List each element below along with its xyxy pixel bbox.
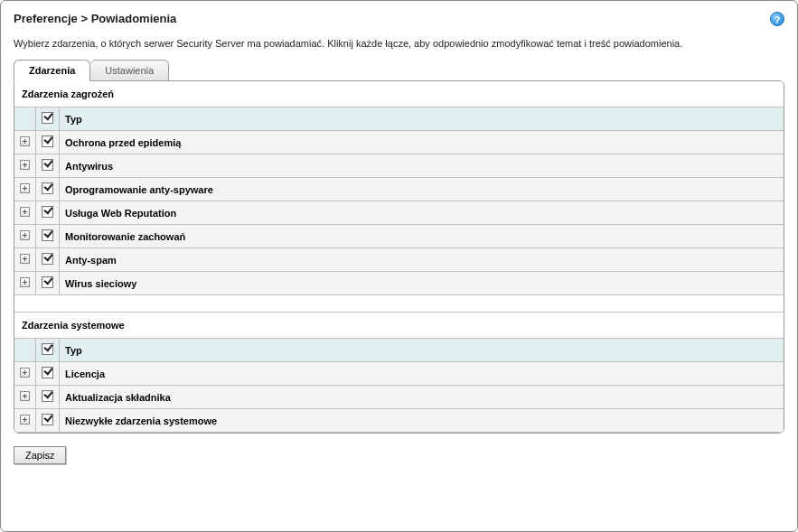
threat-type-header: Typ bbox=[60, 107, 784, 131]
threat-events-title: Zdarzenia zagrożeń bbox=[14, 81, 784, 107]
expand-icon[interactable] bbox=[20, 254, 30, 264]
expand-icon[interactable] bbox=[20, 415, 30, 425]
col-check-header bbox=[36, 107, 60, 131]
system-events-table: Typ Licencja Aktualizacja składnika Niez… bbox=[14, 338, 784, 433]
tab-events[interactable]: Zdarzenia bbox=[14, 60, 90, 81]
threat-header-row: Typ bbox=[14, 107, 784, 131]
row-label[interactable]: Wirus sieciowy bbox=[60, 272, 784, 295]
tab-bar: Zdarzenia Ustawienia bbox=[14, 60, 784, 81]
row-checkbox[interactable] bbox=[42, 182, 53, 194]
save-button[interactable]: Zapisz bbox=[14, 446, 66, 464]
row-label[interactable]: Licencja bbox=[60, 362, 784, 386]
row-checkbox[interactable] bbox=[42, 206, 53, 218]
row-checkbox[interactable] bbox=[42, 367, 53, 378]
system-events-title: Zdarzenia systemowe bbox=[14, 312, 784, 338]
row-label[interactable]: Ochrona przed epidemią bbox=[60, 131, 784, 154]
expand-icon[interactable] bbox=[20, 277, 30, 287]
row-label[interactable]: Monitorowanie zachowań bbox=[60, 225, 784, 248]
system-select-all-checkbox[interactable] bbox=[42, 343, 53, 355]
row-label[interactable]: Aktualizacja składnika bbox=[60, 386, 784, 409]
row-checkbox[interactable] bbox=[42, 253, 53, 265]
col-expand-header bbox=[14, 107, 36, 131]
row-checkbox[interactable] bbox=[42, 159, 53, 171]
col-expand-header bbox=[14, 339, 36, 362]
threat-events-table: Typ Ochrona przed epidemią Antywirus Opr… bbox=[14, 107, 784, 295]
row-label[interactable]: Usługa Web Reputation bbox=[60, 201, 784, 225]
row-checkbox[interactable] bbox=[42, 414, 53, 425]
row-checkbox[interactable] bbox=[42, 135, 53, 147]
table-row: Licencja bbox=[14, 362, 784, 386]
col-check-header bbox=[36, 339, 60, 362]
row-label[interactable]: Anty-spam bbox=[60, 248, 784, 272]
breadcrumb: Preferencje > Powiadomienia bbox=[14, 12, 176, 25]
expand-icon[interactable] bbox=[20, 391, 30, 401]
tab-settings[interactable]: Ustawienia bbox=[90, 60, 169, 81]
preferences-notifications-page: Preferencje > Powiadomienia ? Wybierz zd… bbox=[0, 0, 798, 532]
threat-select-all-checkbox[interactable] bbox=[42, 112, 53, 124]
expand-icon[interactable] bbox=[20, 368, 30, 378]
table-row: Aktualizacja składnika bbox=[14, 386, 784, 409]
expand-icon[interactable] bbox=[20, 183, 30, 193]
table-row: Monitorowanie zachowań bbox=[14, 225, 784, 248]
row-checkbox[interactable] bbox=[42, 390, 53, 402]
row-checkbox[interactable] bbox=[42, 229, 53, 241]
row-label[interactable]: Antywirus bbox=[60, 154, 784, 178]
table-row: Usługa Web Reputation bbox=[14, 201, 784, 225]
expand-icon[interactable] bbox=[20, 230, 30, 240]
table-row: Anty-spam bbox=[14, 248, 784, 272]
events-panel: Zdarzenia zagrożeń Typ Ochrona przed epi… bbox=[14, 80, 784, 434]
page-header: Preferencje > Powiadomienia ? bbox=[14, 12, 784, 38]
section-gap bbox=[14, 295, 784, 312]
table-row: Niezwykłe zdarzenia systemowe bbox=[14, 409, 784, 433]
table-row: Oprogramowanie anty-spyware bbox=[14, 178, 784, 201]
row-label[interactable]: Niezwykłe zdarzenia systemowe bbox=[60, 409, 784, 433]
help-icon[interactable]: ? bbox=[770, 12, 784, 26]
system-type-header: Typ bbox=[60, 339, 784, 362]
expand-icon[interactable] bbox=[20, 160, 30, 170]
intro-text: Wybierz zdarzenia, o których serwer Secu… bbox=[14, 38, 784, 49]
table-row: Antywirus bbox=[14, 154, 784, 178]
row-checkbox[interactable] bbox=[42, 276, 53, 288]
system-header-row: Typ bbox=[14, 339, 784, 362]
row-label[interactable]: Oprogramowanie anty-spyware bbox=[60, 178, 784, 201]
expand-icon[interactable] bbox=[20, 136, 30, 146]
table-row: Ochrona przed epidemią bbox=[14, 131, 784, 154]
expand-icon[interactable] bbox=[20, 207, 30, 217]
table-row: Wirus sieciowy bbox=[14, 272, 784, 295]
